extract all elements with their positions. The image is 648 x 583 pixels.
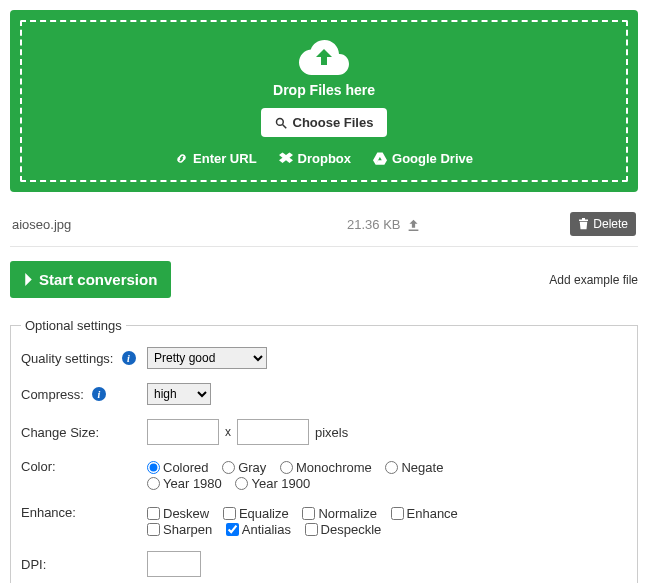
trash-icon — [578, 218, 589, 230]
dpi-label: DPI: — [21, 557, 46, 572]
enhance-label: Enhance: — [21, 505, 76, 520]
color-year1900-radio[interactable] — [235, 477, 248, 490]
enter-url-link[interactable]: Enter URL — [175, 151, 257, 166]
enter-url-label: Enter URL — [193, 151, 257, 166]
file-row: aioseo.jpg 21.36 KB Delete — [10, 202, 638, 247]
quality-label: Quality settings: — [21, 351, 114, 366]
sharpen-checkbox[interactable] — [147, 523, 160, 536]
link-icon — [175, 152, 188, 165]
search-icon — [275, 117, 287, 129]
enhance-despeckle[interactable]: Despeckle — [305, 522, 382, 537]
dropbox-icon — [279, 152, 293, 165]
height-input[interactable] — [237, 419, 309, 445]
file-name: aioseo.jpg — [12, 217, 347, 232]
gdrive-link[interactable]: Google Drive — [373, 151, 473, 166]
delete-label: Delete — [593, 217, 628, 231]
enhance-check-group: Deskew Equalize Normalize Enhance Sharpe… — [147, 505, 468, 537]
dropbox-label: Dropbox — [298, 151, 351, 166]
antialias-checkbox[interactable] — [226, 523, 239, 536]
info-icon[interactable]: i — [92, 387, 106, 401]
color-year1980[interactable]: Year 1980 — [147, 476, 222, 491]
color-label: Color: — [21, 459, 56, 474]
color-monochrome[interactable]: Monochrome — [280, 460, 372, 475]
svg-line-1 — [282, 124, 286, 128]
color-negate-radio[interactable] — [385, 461, 398, 474]
actions-row: Start conversion Add example file — [10, 261, 638, 298]
color-colored[interactable]: Colored — [147, 460, 209, 475]
compress-label: Compress: — [21, 387, 84, 402]
compress-select[interactable]: high — [147, 383, 211, 405]
size-label: Change Size: — [21, 425, 99, 440]
size-unit: pixels — [315, 425, 348, 440]
dropbox-link[interactable]: Dropbox — [279, 151, 351, 166]
color-year1980-radio[interactable] — [147, 477, 160, 490]
info-icon[interactable]: i — [122, 351, 136, 365]
upload-icon — [407, 218, 420, 231]
color-gray[interactable]: Gray — [222, 460, 266, 475]
color-gray-radio[interactable] — [222, 461, 235, 474]
size-row: Change Size: x pixels — [21, 419, 627, 445]
quality-select[interactable]: Pretty good — [147, 347, 267, 369]
enhance-equalize[interactable]: Equalize — [223, 506, 289, 521]
file-size: 21.36 KB — [347, 217, 420, 232]
size-x: x — [225, 425, 231, 439]
choose-files-label: Choose Files — [293, 115, 374, 130]
gdrive-icon — [373, 152, 387, 165]
enhance-antialias[interactable]: Antialias — [226, 522, 291, 537]
despeckle-checkbox[interactable] — [305, 523, 318, 536]
color-monochrome-radio[interactable] — [280, 461, 293, 474]
optional-settings-fieldset: Optional settings Quality settings: i Pr… — [10, 318, 638, 583]
color-negate[interactable]: Negate — [385, 460, 443, 475]
equalize-checkbox[interactable] — [223, 507, 236, 520]
dropzone-inner: Drop Files here Choose Files Enter URL D… — [20, 20, 628, 182]
enhance-normalize[interactable]: Normalize — [302, 506, 377, 521]
compress-row: Compress: i high — [21, 383, 627, 405]
enhance-row: Enhance: Deskew Equalize Normalize Enhan… — [21, 505, 627, 537]
enhance-checkbox[interactable] — [391, 507, 404, 520]
optional-legend: Optional settings — [21, 318, 126, 333]
start-label: Start conversion — [39, 271, 157, 288]
dpi-input[interactable] — [147, 551, 201, 577]
quality-row: Quality settings: i Pretty good — [21, 347, 627, 369]
deskew-checkbox[interactable] — [147, 507, 160, 520]
gdrive-label: Google Drive — [392, 151, 473, 166]
delete-button[interactable]: Delete — [570, 212, 636, 236]
file-size-value: 21.36 KB — [347, 217, 401, 232]
drop-text: Drop Files here — [32, 82, 616, 98]
color-row: Color: Colored Gray Monochrome Negate Ye… — [21, 459, 627, 491]
drop-links: Enter URL Dropbox Google Drive — [32, 151, 616, 166]
start-conversion-button[interactable]: Start conversion — [10, 261, 171, 298]
enhance-sharpen[interactable]: Sharpen — [147, 522, 212, 537]
choose-files-button[interactable]: Choose Files — [261, 108, 388, 137]
color-colored-radio[interactable] — [147, 461, 160, 474]
color-year1900[interactable]: Year 1900 — [235, 476, 310, 491]
dpi-row: DPI: — [21, 551, 627, 577]
add-example-link[interactable]: Add example file — [549, 273, 638, 287]
enhance-enhance[interactable]: Enhance — [391, 506, 458, 521]
file-dropzone[interactable]: Drop Files here Choose Files Enter URL D… — [10, 10, 638, 192]
cloud-upload-icon — [299, 40, 349, 76]
svg-point-0 — [276, 118, 283, 125]
color-radio-group: Colored Gray Monochrome Negate Year 1980… — [147, 459, 453, 491]
chevron-right-icon — [24, 273, 33, 286]
width-input[interactable] — [147, 419, 219, 445]
enhance-deskew[interactable]: Deskew — [147, 506, 209, 521]
normalize-checkbox[interactable] — [302, 507, 315, 520]
